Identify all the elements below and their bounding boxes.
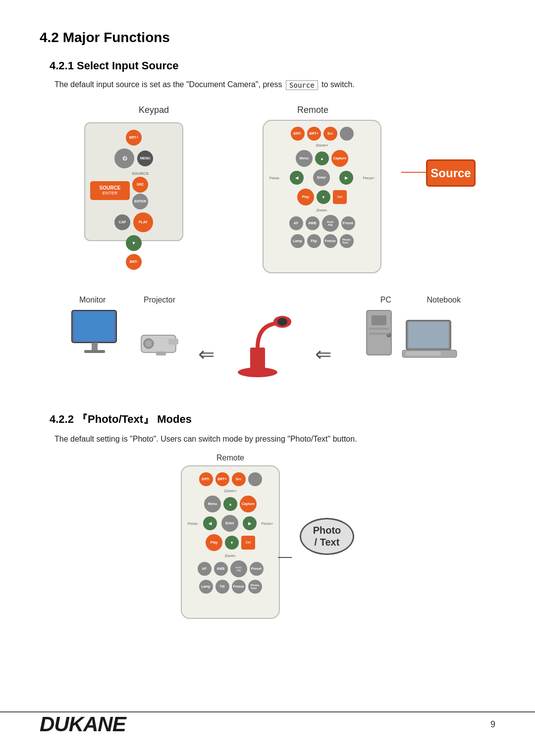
rem2-capture: Capture xyxy=(240,496,257,512)
rem2-row-1: BRT- BRT+ Src xyxy=(186,472,275,486)
svg-rect-17 xyxy=(369,333,389,335)
remote-device: BRT- BRT+ Src Zoom+ Menu ▲ Capture Focus… xyxy=(263,120,381,273)
rem2-af: AF xyxy=(198,562,212,576)
rem2-enter: Enter xyxy=(221,515,238,532)
rem-nav-left: ◀ xyxy=(290,171,304,185)
rem-nav-right: ▶ xyxy=(339,171,353,185)
diagram-section421: Keypad Remote BRT+ ⏻ MENU SOURCE EN xyxy=(40,100,495,392)
monitor-image xyxy=(69,308,124,374)
rem2-focus-plus: Focus+ xyxy=(262,522,273,525)
kp-play: PLAY xyxy=(133,212,153,232)
rem2-lamp: Lamp xyxy=(199,580,213,594)
rem-row-play: Play ▼ Del xyxy=(268,189,376,205)
rem2-zoom-plus: Zoom+ xyxy=(186,489,275,493)
remote2-wrapper: Remote BRT- BRT+ Src Zoom+ M xyxy=(181,454,280,619)
rem-af: AF xyxy=(289,216,303,230)
monitor-label: Monitor xyxy=(79,296,106,304)
rem2-auto-adj: AutoAdj xyxy=(230,560,247,577)
rem2-row-lamp: Lamp Tilt Freeze PhotoText xyxy=(186,580,275,594)
rem-brt-plus: BRT+ xyxy=(307,127,321,141)
section-422: 4.2.2 『Photo/Text』 Modes The default set… xyxy=(40,412,495,619)
focus-plus-label: Focus+ xyxy=(363,176,374,180)
rem-menu: Menu xyxy=(296,150,313,167)
remote2-device: BRT- BRT+ Src Zoom+ Menu ▲ Capture xyxy=(181,465,280,619)
keypad-label: Keypad xyxy=(139,105,169,115)
svg-rect-19 xyxy=(408,322,449,348)
rem-enter: Enter xyxy=(313,169,330,186)
notebook-image xyxy=(401,318,466,364)
rem2-nav-right: ▶ xyxy=(243,516,257,530)
kp-row-source: SOURCE ENTER SOURCE SRC ENTER xyxy=(90,171,177,209)
remote-label: Remote xyxy=(297,105,328,115)
doc-camera-image xyxy=(233,308,302,384)
rem2-brt-minus: BRT- xyxy=(199,472,213,486)
zoom-plus-label: Zoom+ xyxy=(268,143,376,148)
rem2-row-af: AF AWB AutoAdj Preset xyxy=(186,560,275,577)
kp-brt-minus: BRT- xyxy=(126,254,142,270)
projector-label: Projector xyxy=(144,296,175,304)
rem2-brt-plus: BRT+ xyxy=(215,472,229,486)
rem-capture: Capture xyxy=(331,150,348,167)
photo-text-callout-text: Photo/ Text xyxy=(313,524,341,548)
kp-row-power: ⏻ MENU xyxy=(90,149,177,168)
rem-row-af: AF AWB AutoAdj Preset xyxy=(268,215,376,232)
rem2-nav-up: ▲ xyxy=(223,497,237,511)
svg-rect-16 xyxy=(369,328,389,330)
kp-enter: ENTER xyxy=(132,194,148,209)
kp-row-capture: CAP PLAY xyxy=(90,212,177,232)
rem2-row-play: Play ▼ Del xyxy=(186,534,275,551)
kp-brt-plus: BRT+ xyxy=(126,130,142,146)
rem2-photo-text-btn: PhotoText xyxy=(248,580,262,594)
remote2-label: Remote xyxy=(216,454,244,462)
section-422-title: 4.2.2 『Photo/Text』 Modes xyxy=(50,412,495,427)
rem-preset: Preset xyxy=(341,216,355,230)
rem-flip: Flip xyxy=(307,234,321,248)
rem-nav-down: ▼ xyxy=(317,190,330,204)
rem-power xyxy=(340,127,354,141)
footer: DUKANE 9 xyxy=(0,711,535,736)
rem2-play: Play xyxy=(206,534,222,551)
kp-menu: MENU xyxy=(137,151,153,166)
svg-rect-7 xyxy=(168,339,178,345)
rem2-nav-left: ◀ xyxy=(203,516,217,530)
rem2-awb: AWB xyxy=(214,562,228,576)
callout-line xyxy=(278,553,293,567)
rem-row-1: BRT- BRT+ Src xyxy=(268,127,376,141)
section-421-title: 4.2.1 Select Input Source xyxy=(50,59,495,72)
rem2-menu: Menu xyxy=(204,496,221,512)
source-key-inline: Source xyxy=(286,80,318,90)
keypad-device: BRT+ ⏻ MENU SOURCE ENTER SOURCE SRC xyxy=(84,122,183,241)
rem2-nav-down: ▼ xyxy=(225,536,239,550)
rem-lamp: Lamp xyxy=(291,234,305,248)
rem-source-small: Src xyxy=(323,127,337,141)
diagram2-inner: Remote BRT- BRT+ Src Zoom+ M xyxy=(181,454,354,619)
rem2-source: Src xyxy=(232,472,246,486)
rem2-preset: Preset xyxy=(250,562,264,576)
section-421-body: The default input source is set as the "… xyxy=(54,80,495,90)
rem2-freeze: Freeze xyxy=(232,580,246,594)
photo-text-title: Photo/Text xyxy=(88,413,143,425)
pc-label: PC xyxy=(380,296,391,304)
kp-capture: CAP xyxy=(114,214,130,230)
svg-rect-3 xyxy=(84,350,105,353)
kp-power: ⏻ xyxy=(114,149,134,168)
rem2-del: Del xyxy=(241,536,255,550)
rem-row-2: Menu ▲ Capture xyxy=(268,150,376,167)
rem-photo-text: PhotoText xyxy=(340,234,354,248)
section-422-body: The default setting is "Photo". Users ca… xyxy=(54,435,495,444)
rem-del: Del xyxy=(333,190,347,204)
kp-nav-down: ▼ xyxy=(126,235,142,251)
rem-row-lamp: Lamp Flip Freeze PhotoText xyxy=(268,234,376,248)
page-number: 9 xyxy=(490,719,495,730)
notebook-label: Notebook xyxy=(427,296,461,304)
rem2-zoom-minus: Zoom- xyxy=(186,554,275,558)
rem-freeze: Freeze xyxy=(323,234,337,248)
focus-minus-label: Focus- xyxy=(269,176,280,180)
rem-nav-up: ▲ xyxy=(315,151,329,165)
source-callout-box: Source xyxy=(426,159,476,187)
svg-rect-10 xyxy=(250,348,265,373)
source-callout-text: Source xyxy=(430,166,471,180)
svg-point-12 xyxy=(277,318,287,326)
rem2-focus-minus: Focus- xyxy=(188,522,198,525)
page: 4.2 Major Functions 4.2.1 Select Input S… xyxy=(0,0,535,756)
